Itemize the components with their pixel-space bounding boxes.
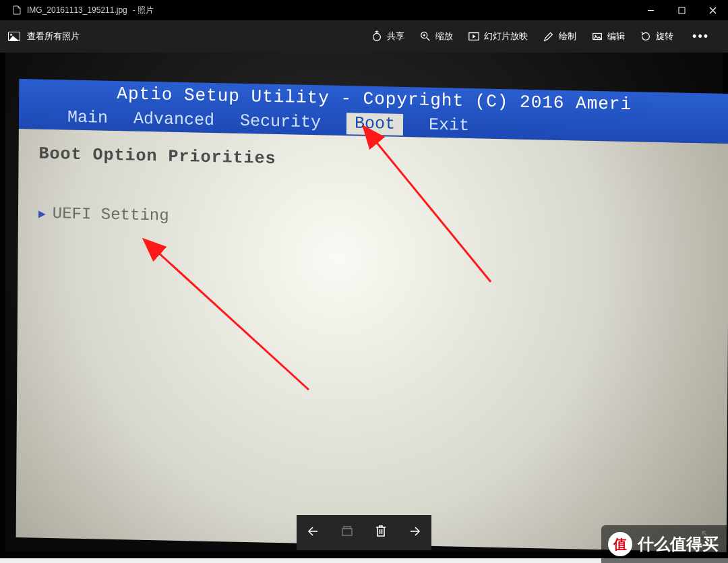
share-icon — [371, 30, 383, 42]
svg-line-21 — [709, 538, 713, 542]
maximize-button[interactable] — [666, 0, 697, 20]
arrow-right-icon — [407, 524, 422, 541]
close-button[interactable] — [697, 0, 728, 20]
bios-tab-main: Main — [67, 108, 108, 128]
window-app-suffix: - 照片 — [133, 5, 154, 16]
edit-icon — [591, 30, 603, 42]
slideshow-button[interactable]: 幻灯片放映 — [468, 30, 528, 42]
svg-line-20 — [702, 531, 706, 535]
window-controls — [635, 0, 728, 20]
rotate-button[interactable]: 旋转 — [640, 30, 673, 42]
photo-content: Aptio Setup Utility - Copyright (C) 2016… — [5, 53, 723, 552]
photo-viewport[interactable]: Aptio Setup Utility - Copyright (C) 2016… — [0, 53, 728, 558]
svg-line-6 — [427, 38, 430, 41]
bios-tab-security: Security — [240, 111, 321, 133]
trash-icon — [374, 524, 388, 541]
file-icon — [12, 5, 22, 15]
more-icon: ••• — [692, 30, 709, 43]
svg-rect-1 — [679, 7, 685, 13]
bios-option-label: UEFI Setting — [53, 204, 169, 225]
bios-uefi-option: ▶ UEFI Setting — [38, 204, 708, 237]
edit-button[interactable]: 编辑 — [591, 30, 625, 42]
draw-label: 绘制 — [559, 30, 576, 42]
minimize-button[interactable] — [635, 0, 666, 20]
slideshow-icon — [468, 30, 480, 42]
command-bar: 查看所有照片 共享 缩放 幻灯片放映 绘制 编辑 — [0, 20, 728, 53]
share-button[interactable]: 共享 — [371, 30, 404, 42]
draw-button[interactable]: 绘制 — [543, 30, 576, 42]
bios-tab-advanced: Advanced — [133, 109, 214, 131]
draw-icon — [543, 30, 555, 42]
svg-marker-10 — [473, 34, 476, 38]
zoom-icon — [419, 30, 431, 42]
rotate-icon — [640, 30, 652, 42]
zoom-button[interactable]: 缩放 — [419, 30, 453, 42]
zoom-label: 缩放 — [435, 30, 453, 42]
previous-button[interactable] — [300, 519, 327, 546]
delete-button[interactable] — [367, 519, 394, 546]
expand-icon — [700, 529, 715, 547]
bios-screen-in-photo: Aptio Setup Utility - Copyright (C) 2016… — [16, 79, 728, 552]
bios-section-heading: Boot Option Priorities — [39, 144, 709, 178]
collection-button[interactable] — [334, 519, 361, 546]
bios-tab-boot: Boot — [346, 113, 403, 136]
svg-rect-16 — [344, 527, 351, 529]
arrow-left-icon — [306, 524, 321, 541]
more-button[interactable]: ••• — [688, 30, 713, 42]
photo-bottom-toolbar — [297, 515, 431, 550]
photos-app-window: IMG_20161113_195211.jpg - 照片 查看所有照片 共享 缩… — [0, 0, 728, 558]
collection-icon — [340, 525, 354, 541]
window-titlebar: IMG_20161113_195211.jpg - 照片 — [0, 0, 728, 20]
slideshow-label: 幻灯片放映 — [484, 30, 528, 42]
share-label: 共享 — [387, 30, 404, 42]
bios-tab-exit: Exit — [429, 115, 469, 136]
svg-rect-15 — [342, 529, 352, 535]
photo-icon — [8, 32, 20, 41]
svg-point-4 — [373, 34, 381, 41]
window-filename: IMG_20161113_195211.jpg — [27, 5, 127, 15]
fullscreen-button[interactable] — [696, 526, 720, 550]
next-button[interactable] — [401, 519, 428, 546]
triangle-right-icon: ▶ — [38, 206, 46, 220]
edit-label: 编辑 — [607, 30, 625, 42]
view-all-photos-link[interactable]: 查看所有照片 — [27, 30, 80, 42]
rotate-label: 旋转 — [656, 30, 673, 42]
